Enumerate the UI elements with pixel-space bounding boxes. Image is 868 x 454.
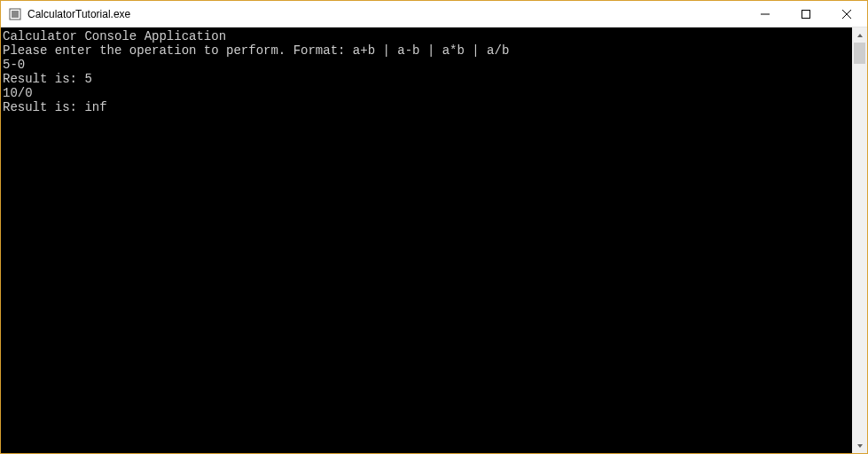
console-line: Result is: 5 xyxy=(3,72,852,86)
app-icon xyxy=(8,7,22,21)
scroll-up-button[interactable] xyxy=(852,27,867,43)
maximize-button[interactable] xyxy=(786,1,826,27)
svg-rect-3 xyxy=(802,10,810,18)
svg-marker-7 xyxy=(857,444,863,448)
vertical-scrollbar[interactable] xyxy=(852,27,867,453)
console-line: Calculator Console Application xyxy=(3,29,852,43)
console-line: 5-0 xyxy=(3,58,852,72)
window-title: CalculatorTutorial.exe xyxy=(27,8,745,20)
titlebar[interactable]: CalculatorTutorial.exe xyxy=(1,1,867,27)
window-controls xyxy=(745,1,867,27)
minimize-button[interactable] xyxy=(745,1,786,27)
console-line: 10/0 xyxy=(3,86,852,100)
close-button[interactable] xyxy=(826,1,867,27)
client-area: Calculator Console ApplicationPlease ent… xyxy=(1,27,867,453)
console-line: Please enter the operation to perform. F… xyxy=(3,43,852,58)
scroll-down-button[interactable] xyxy=(852,438,867,453)
scroll-thumb[interactable] xyxy=(854,43,865,64)
svg-marker-6 xyxy=(857,34,863,37)
scroll-track[interactable] xyxy=(852,43,867,438)
console-output[interactable]: Calculator Console ApplicationPlease ent… xyxy=(1,27,852,453)
console-line: Result is: inf xyxy=(3,100,852,114)
svg-rect-1 xyxy=(12,11,19,18)
